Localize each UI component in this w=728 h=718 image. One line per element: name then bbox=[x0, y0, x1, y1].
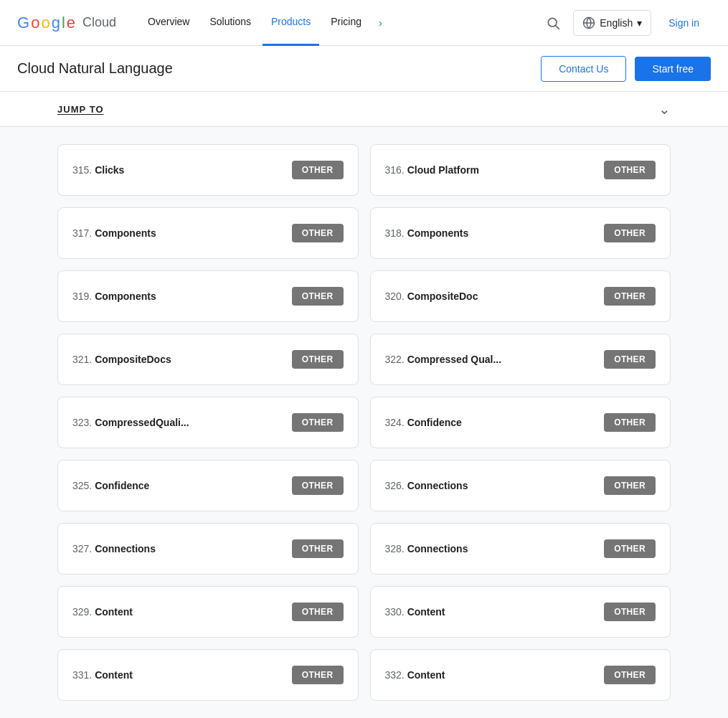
contact-us-button[interactable]: Contact Us bbox=[541, 56, 626, 82]
item-number: 327. bbox=[72, 543, 95, 554]
language-selector[interactable]: English ▾ bbox=[573, 10, 651, 36]
item-name: Content bbox=[407, 669, 445, 681]
item-number: 319. bbox=[72, 290, 95, 302]
item-label: 327. Connections bbox=[72, 543, 156, 554]
other-badge[interactable]: OTHER bbox=[604, 539, 656, 558]
jump-to-label: JUMP TO bbox=[57, 104, 104, 115]
other-badge[interactable]: OTHER bbox=[604, 287, 656, 306]
item-label: 324. Confidence bbox=[385, 417, 462, 428]
list-item: 327. ConnectionsOTHER bbox=[57, 523, 359, 575]
item-number: 321. bbox=[72, 354, 95, 365]
item-number: 325. bbox=[72, 480, 95, 491]
cloud-logo-text: Cloud bbox=[82, 15, 116, 30]
list-item: 323. CompressedQuali...OTHER bbox=[57, 397, 359, 448]
nav-solutions[interactable]: Solutions bbox=[201, 0, 260, 46]
other-badge[interactable]: OTHER bbox=[292, 666, 344, 684]
item-label: 332. Content bbox=[385, 669, 445, 681]
item-name: CompositeDocs bbox=[95, 354, 171, 365]
jump-to-chevron-icon: ⌄ bbox=[658, 100, 671, 118]
item-name: Content bbox=[407, 606, 445, 618]
list-item: 321. CompositeDocsOTHER bbox=[57, 334, 359, 385]
other-badge[interactable]: OTHER bbox=[604, 666, 656, 684]
item-number: 316. bbox=[385, 164, 407, 176]
nav-more-icon[interactable]: › bbox=[373, 0, 388, 46]
other-badge[interactable]: OTHER bbox=[292, 413, 344, 432]
item-name: Cloud Platform bbox=[407, 164, 479, 176]
list-item: 324. ConfidenceOTHER bbox=[370, 397, 671, 448]
item-number: 322. bbox=[385, 354, 407, 365]
item-name: Components bbox=[95, 227, 156, 239]
item-label: 326. Connections bbox=[385, 480, 468, 491]
item-number: 328. bbox=[385, 543, 407, 554]
item-number: 331. bbox=[72, 669, 95, 681]
list-item: 331. ContentOTHER bbox=[57, 649, 359, 701]
item-number: 324. bbox=[385, 417, 407, 428]
nav-right-actions: English ▾ Sign in bbox=[539, 9, 711, 37]
svg-line-1 bbox=[556, 25, 559, 29]
top-navigation: Google Cloud Overview Solutions Products… bbox=[0, 0, 728, 46]
list-item: 316. Cloud PlatformOTHER bbox=[370, 144, 671, 196]
item-name: Clicks bbox=[95, 164, 124, 176]
other-badge[interactable]: OTHER bbox=[604, 161, 656, 179]
item-name: Compressed Qual... bbox=[407, 354, 501, 365]
globe-icon bbox=[582, 16, 595, 29]
nav-overview[interactable]: Overview bbox=[139, 0, 198, 46]
other-badge[interactable]: OTHER bbox=[292, 350, 344, 369]
item-number: 315. bbox=[72, 164, 95, 176]
item-label: 329. Content bbox=[72, 606, 133, 618]
other-badge[interactable]: OTHER bbox=[604, 224, 656, 242]
other-badge[interactable]: OTHER bbox=[292, 287, 344, 306]
item-number: 329. bbox=[72, 606, 95, 618]
list-item: 320. CompositeDocOTHER bbox=[370, 270, 671, 322]
nav-products[interactable]: Products bbox=[263, 0, 319, 46]
item-name: Confidence bbox=[95, 480, 149, 491]
start-free-button[interactable]: Start free bbox=[635, 57, 711, 81]
list-item: 319. ComponentsOTHER bbox=[57, 270, 359, 322]
list-item: 330. ContentOTHER bbox=[370, 586, 671, 638]
item-name: Connections bbox=[407, 480, 468, 491]
other-badge[interactable]: OTHER bbox=[292, 224, 344, 242]
list-item: 326. ConnectionsOTHER bbox=[370, 460, 671, 511]
sub-header: Cloud Natural Language Contact Us Start … bbox=[0, 46, 728, 92]
other-badge[interactable]: OTHER bbox=[292, 161, 344, 179]
item-label: 330. Content bbox=[385, 606, 445, 618]
item-label: 316. Cloud Platform bbox=[385, 164, 479, 176]
items-grid: 315. ClicksOTHER316. Cloud PlatformOTHER… bbox=[57, 144, 671, 701]
list-item: 315. ClicksOTHER bbox=[57, 144, 359, 196]
other-badge[interactable]: OTHER bbox=[604, 476, 656, 495]
item-label: 325. Confidence bbox=[72, 480, 149, 491]
jump-to-bar[interactable]: JUMP TO ⌄ bbox=[0, 92, 728, 127]
item-name: CompressedQuali... bbox=[95, 417, 189, 428]
other-badge[interactable]: OTHER bbox=[604, 603, 656, 621]
sub-header-actions: Contact Us Start free bbox=[541, 56, 711, 82]
nav-pricing[interactable]: Pricing bbox=[322, 0, 370, 46]
list-item: 329. ContentOTHER bbox=[57, 586, 359, 638]
nav-links: Overview Solutions Products Pricing › bbox=[139, 0, 539, 46]
item-number: 318. bbox=[385, 227, 407, 239]
main-content: 315. ClicksOTHER316. Cloud PlatformOTHER… bbox=[0, 127, 728, 718]
item-label: 323. CompressedQuali... bbox=[72, 417, 189, 428]
other-badge[interactable]: OTHER bbox=[604, 350, 656, 369]
item-name: Connections bbox=[407, 543, 468, 554]
item-number: 320. bbox=[385, 290, 407, 302]
item-label: 317. Components bbox=[72, 227, 156, 239]
item-name: Components bbox=[95, 290, 156, 302]
sign-in-link[interactable]: Sign in bbox=[657, 11, 711, 34]
list-item: 325. ConfidenceOTHER bbox=[57, 460, 359, 511]
google-cloud-logo[interactable]: Google Cloud bbox=[17, 14, 116, 32]
other-badge[interactable]: OTHER bbox=[604, 413, 656, 432]
item-label: 318. Components bbox=[385, 227, 469, 239]
search-button[interactable] bbox=[539, 9, 567, 37]
other-badge[interactable]: OTHER bbox=[292, 603, 344, 621]
item-label: 320. CompositeDoc bbox=[385, 290, 478, 302]
other-badge[interactable]: OTHER bbox=[292, 476, 344, 495]
list-item: 328. ConnectionsOTHER bbox=[370, 523, 671, 575]
item-label: 322. Compressed Qual... bbox=[385, 354, 502, 365]
other-badge[interactable]: OTHER bbox=[292, 539, 344, 558]
item-label: 328. Connections bbox=[385, 543, 468, 554]
list-item: 317. ComponentsOTHER bbox=[57, 207, 359, 259]
item-number: 317. bbox=[72, 227, 95, 239]
item-name: Confidence bbox=[407, 417, 462, 428]
item-name: Components bbox=[407, 227, 469, 239]
list-item: 322. Compressed Qual...OTHER bbox=[370, 334, 671, 385]
